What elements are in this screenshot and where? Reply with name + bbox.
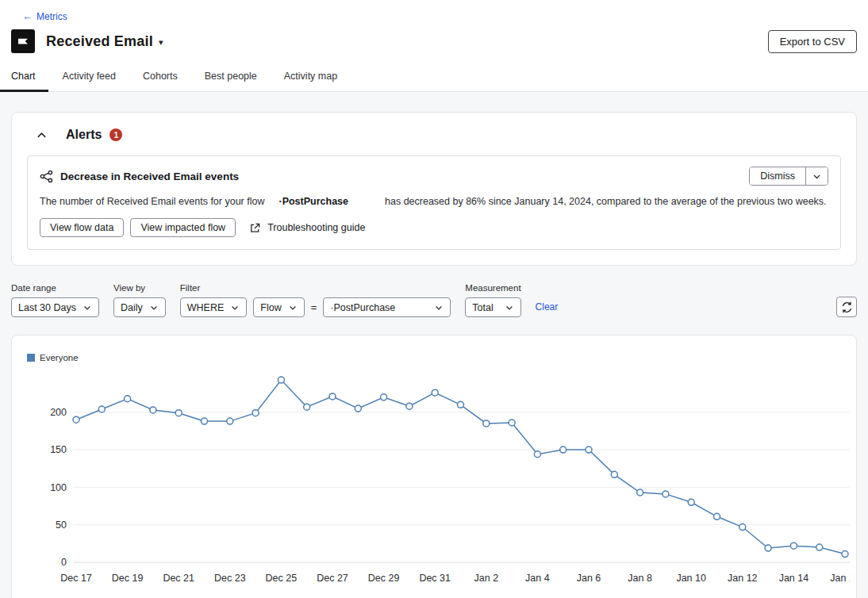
view-by-label: View by: [113, 283, 166, 293]
svg-text:Dec 25: Dec 25: [266, 573, 298, 584]
svg-text:Jan 16: Jan 16: [830, 573, 850, 584]
alert-body-suffix: has decreased by 86% since January 14, 2…: [385, 196, 827, 207]
metric-title-dropdown[interactable]: Received Email ▾: [46, 33, 163, 50]
svg-text:Dec 23: Dec 23: [214, 573, 246, 584]
date-range-label: Date range: [11, 283, 99, 293]
svg-text:200: 200: [50, 407, 67, 418]
page-title: Received Email: [46, 33, 153, 50]
legend-label-everyone: Everyone: [40, 353, 79, 362]
chevron-down-icon: [505, 303, 514, 312]
refresh-button[interactable]: [836, 297, 857, 317]
svg-text:Jan 10: Jan 10: [676, 573, 706, 584]
filter-where-value: WHERE: [187, 302, 225, 313]
svg-text:Jan 2: Jan 2: [474, 573, 499, 584]
svg-text:Jan 12: Jan 12: [728, 573, 758, 584]
alerts-collapse-button[interactable]: [34, 128, 48, 142]
filter-value-select[interactable]: ·PostPurchase: [323, 297, 451, 317]
measurement-label: Measurement: [465, 283, 520, 293]
back-to-metrics-link[interactable]: ← Metrics: [22, 11, 67, 22]
chart-card: Everyone 050100150200Dec 17Dec 19Dec 21D…: [11, 335, 857, 598]
alerts-card: Alerts 1 Decrease in Received Email even…: [11, 112, 857, 266]
chevron-down-icon: [149, 303, 159, 312]
svg-text:Jan 4: Jan 4: [525, 573, 550, 584]
page-header: ← Metrics Received Email ▾ Export to CSV…: [0, 0, 868, 92]
view-by-value: Daily: [121, 302, 143, 313]
filter-field-select[interactable]: Flow: [253, 297, 304, 317]
svg-text:Dec 19: Dec 19: [112, 573, 144, 584]
tab-bar: Chart Activity feed Cohorts Best people …: [0, 53, 868, 92]
filter-operator: =: [311, 301, 317, 313]
filter-label: Filter: [180, 283, 451, 293]
tab-activity-feed[interactable]: Activity feed: [63, 71, 116, 91]
date-range-select[interactable]: Last 30 Days: [11, 297, 99, 317]
clear-filters-link[interactable]: Clear: [536, 301, 559, 312]
alerts-count-badge: 1: [109, 128, 122, 141]
date-range-value: Last 30 Days: [18, 302, 76, 313]
alert-flow-name: ·PostPurchase: [278, 196, 348, 207]
view-flow-data-button[interactable]: View flow data: [40, 218, 124, 237]
filter-value: ·PostPurchase: [330, 302, 395, 313]
chevron-down-icon: [230, 303, 240, 312]
alert-body-prefix: The number of Received Email events for …: [40, 196, 264, 207]
alert-title: Decrease in Received Email events: [60, 171, 239, 182]
svg-text:Dec 17: Dec 17: [60, 573, 92, 584]
svg-text:50: 50: [56, 519, 67, 531]
svg-text:Jan 8: Jan 8: [628, 573, 652, 584]
back-arrow-icon: ←: [22, 11, 33, 21]
line-chart: 050100150200Dec 17Dec 19Dec 21Dec 23Dec …: [26, 367, 850, 591]
chevron-down-icon: [83, 303, 92, 312]
chevron-down-icon: [812, 171, 822, 182]
tab-chart[interactable]: Chart: [11, 71, 36, 91]
view-by-select[interactable]: Daily: [113, 297, 166, 317]
measurement-select[interactable]: Total: [465, 297, 520, 317]
chevron-down-icon: [434, 303, 444, 312]
refresh-icon: [841, 301, 853, 313]
external-link-icon: [249, 222, 261, 234]
alert-item: Decrease in Received Email events Dismis…: [27, 155, 841, 250]
filter-where-select[interactable]: WHERE: [180, 297, 248, 317]
troubleshooting-guide-link[interactable]: Troubleshooting guide: [249, 222, 365, 234]
tab-activity-map[interactable]: Activity map: [284, 71, 337, 91]
troubleshooting-guide-label: Troubleshooting guide: [267, 222, 365, 233]
svg-text:Dec 29: Dec 29: [368, 573, 400, 584]
filter-bar: Date range Last 30 Days View by Daily Fi…: [11, 283, 857, 317]
brand-logo: [11, 29, 35, 53]
filter-field-value: Flow: [260, 302, 281, 313]
svg-text:0: 0: [61, 557, 67, 568]
svg-text:Dec 27: Dec 27: [317, 573, 348, 584]
dismiss-split-button: Dismiss: [749, 167, 828, 186]
chart-legend: Everyone: [26, 347, 842, 366]
dismiss-button[interactable]: Dismiss: [750, 167, 805, 185]
view-impacted-flow-button[interactable]: View impacted flow: [130, 218, 236, 237]
measurement-value: Total: [472, 302, 493, 313]
main-content: Alerts 1 Decrease in Received Email even…: [0, 92, 868, 598]
svg-text:Jan 14: Jan 14: [779, 573, 809, 584]
export-to-csv-button[interactable]: Export to CSV: [768, 30, 857, 53]
back-link-label: Metrics: [36, 11, 67, 22]
tab-best-people[interactable]: Best people: [205, 71, 257, 91]
tab-cohorts[interactable]: Cohorts: [143, 71, 178, 91]
title-caret-down-icon: ▾: [159, 35, 163, 48]
svg-text:100: 100: [50, 482, 67, 493]
flag-logo-icon: [16, 34, 30, 48]
chevron-down-icon: [288, 303, 298, 312]
svg-text:Dec 31: Dec 31: [419, 573, 451, 584]
svg-text:150: 150: [50, 444, 67, 455]
chevron-up-icon: [36, 129, 48, 141]
legend-swatch-everyone: [27, 354, 35, 362]
flow-icon: [40, 170, 53, 183]
dismiss-dropdown-button[interactable]: [805, 167, 828, 185]
svg-text:Jan 6: Jan 6: [577, 573, 601, 584]
alerts-heading: Alerts: [66, 128, 102, 142]
alert-body-text: The number of Received Email events for …: [40, 196, 828, 207]
svg-text:Dec 21: Dec 21: [163, 573, 194, 584]
